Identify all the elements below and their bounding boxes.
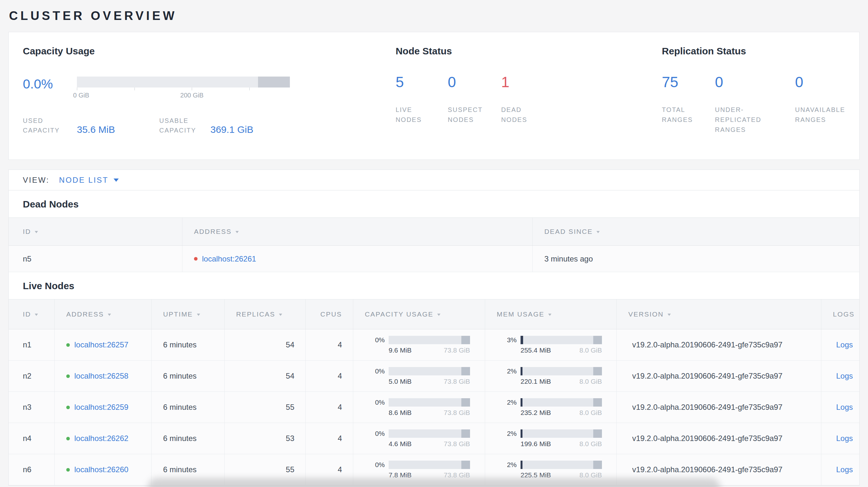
capacity-total-value: 73.8 GiB bbox=[444, 471, 470, 479]
axis-tick bbox=[192, 88, 192, 90]
live-nodes-count: 5 bbox=[396, 75, 448, 90]
replicas-cell: 54 bbox=[224, 329, 306, 360]
node-id-cell: n6 bbox=[9, 454, 55, 485]
capacity-usage-bar bbox=[389, 398, 470, 407]
capacity-usage-title: Capacity Usage bbox=[23, 46, 396, 57]
logs-link[interactable]: Logs bbox=[836, 465, 853, 474]
logs-link[interactable]: Logs bbox=[836, 371, 853, 381]
mem-total-value: 8.0 GiB bbox=[580, 440, 602, 448]
view-selector-dropdown[interactable]: NODE LIST bbox=[59, 175, 119, 185]
capacity-usage-bar bbox=[389, 461, 470, 469]
table-row: n5 localhost:26261 3 minutes ago bbox=[9, 246, 859, 272]
unavailable-ranges-count: 0 bbox=[795, 75, 845, 90]
node-list-card: VIEW: NODE LIST Dead Nodes ID ADDRESS DE… bbox=[8, 169, 860, 486]
mem-used-value: 235.2 MiB bbox=[521, 409, 551, 417]
live-status-dot-icon bbox=[66, 468, 70, 472]
sort-desc-icon bbox=[668, 314, 671, 316]
node-status-section: Node Status 5 LIVE NODES 0 SUSPECT NODES… bbox=[396, 46, 662, 160]
logs-link[interactable]: Logs bbox=[836, 434, 853, 443]
node-address-link[interactable]: localhost:26259 bbox=[74, 403, 128, 412]
suspect-nodes-stat: 0 SUSPECT NODES bbox=[448, 75, 501, 125]
mem-total-value: 8.0 GiB bbox=[580, 409, 602, 417]
sort-desc-icon bbox=[197, 314, 200, 316]
bottom-scroll-shadow bbox=[148, 478, 720, 487]
mem-usage-cell: 2% 199.6 MiB 8.0 GiB bbox=[485, 423, 617, 454]
node-address-link[interactable]: localhost:26261 bbox=[202, 254, 256, 263]
total-ranges-count: 75 bbox=[662, 75, 715, 90]
column-header-uptime[interactable]: UPTIME bbox=[152, 299, 224, 329]
live-status-dot-icon bbox=[66, 343, 70, 347]
under-replicated-label: UNDER-REPLICATED RANGES bbox=[715, 105, 772, 135]
capacity-used-value: 7.8 MiB bbox=[389, 471, 411, 479]
cluster-summary-card: Capacity Usage 0.0% 0 GiB 200 GiB USED C… bbox=[8, 32, 860, 160]
capacity-percent-label: 0% bbox=[369, 336, 385, 344]
view-bar: VIEW: NODE LIST bbox=[9, 170, 859, 190]
capacity-usage-cell: 0% 8.6 MiB 73.8 GiB bbox=[353, 392, 485, 423]
mem-usage-bar bbox=[521, 367, 602, 376]
table-row: n3 localhost:26259 6 minutes 55 4 0% 8.6… bbox=[9, 392, 859, 423]
column-header-capacity-usage[interactable]: CAPACITY USAGE bbox=[353, 299, 485, 329]
column-header-dead-since[interactable]: DEAD SINCE bbox=[533, 218, 859, 246]
axis-tick bbox=[134, 88, 135, 90]
cpus-cell: 4 bbox=[306, 423, 353, 454]
live-status-dot-icon bbox=[66, 375, 70, 378]
capacity-bar bbox=[77, 76, 290, 88]
page-title: CLUSTER OVERVIEW bbox=[9, 9, 860, 23]
sort-desc-icon bbox=[236, 231, 239, 233]
mem-used-value: 225.5 MiB bbox=[521, 471, 551, 479]
capacity-axis: 0 GiB 200 GiB bbox=[77, 88, 290, 103]
node-address-link[interactable]: localhost:26260 bbox=[74, 465, 128, 474]
mem-usage-bar bbox=[521, 398, 602, 407]
version-cell: v19.2.0-alpha.20190606-2491-gfe735c9a97 bbox=[617, 392, 822, 423]
version-cell: v19.2.0-alpha.20190606-2491-gfe735c9a97 bbox=[617, 423, 822, 454]
node-address-cell: localhost:26261 bbox=[182, 246, 533, 272]
cpus-cell: 4 bbox=[306, 392, 353, 423]
mem-percent-label: 2% bbox=[501, 430, 517, 437]
mem-used-value: 199.6 MiB bbox=[521, 440, 551, 448]
node-address-link[interactable]: localhost:26257 bbox=[74, 340, 128, 349]
capacity-used-value: 5.0 MiB bbox=[389, 378, 411, 385]
dead-status-dot-icon bbox=[194, 257, 197, 261]
capacity-total-value: 73.8 GiB bbox=[444, 409, 470, 417]
node-address-cell: localhost:26262 bbox=[55, 423, 152, 454]
logs-link[interactable]: Logs bbox=[836, 340, 853, 349]
view-selected-value: NODE LIST bbox=[59, 175, 109, 185]
node-address-link[interactable]: localhost:26262 bbox=[74, 434, 128, 443]
view-label: VIEW: bbox=[23, 175, 50, 185]
replication-status-title: Replication Status bbox=[662, 46, 845, 57]
column-header-address[interactable]: ADDRESS bbox=[55, 299, 152, 329]
column-header-replicas[interactable]: REPLICAS bbox=[224, 299, 306, 329]
column-header-address[interactable]: ADDRESS bbox=[182, 218, 533, 246]
node-address-link[interactable]: localhost:26258 bbox=[74, 371, 128, 381]
column-header-version[interactable]: VERSION bbox=[617, 299, 822, 329]
sort-desc-icon bbox=[437, 314, 440, 316]
under-replicated-count: 0 bbox=[715, 75, 795, 90]
cpus-cell: 4 bbox=[306, 329, 353, 360]
cpus-cell: 4 bbox=[306, 361, 353, 391]
dead-since-cell: 3 minutes ago bbox=[533, 246, 859, 272]
logs-link[interactable]: Logs bbox=[836, 403, 853, 412]
capacity-usage-cell: 0% 5.0 MiB 73.8 GiB bbox=[353, 361, 485, 391]
column-header-mem-usage[interactable]: MEM USAGE bbox=[485, 299, 617, 329]
replicas-cell: 54 bbox=[224, 361, 306, 391]
capacity-total-value: 73.8 GiB bbox=[444, 440, 470, 448]
column-header-id[interactable]: ID bbox=[9, 218, 182, 246]
under-replicated-stat: 0 UNDER-REPLICATED RANGES bbox=[715, 75, 795, 135]
mem-used-value: 255.4 MiB bbox=[521, 347, 551, 354]
node-address-cell: localhost:26259 bbox=[55, 392, 152, 423]
mem-percent-label: 3% bbox=[501, 336, 517, 344]
capacity-total-value: 73.8 GiB bbox=[444, 378, 470, 385]
dead-nodes-table: ID ADDRESS DEAD SINCE n5 localhost:26261… bbox=[9, 218, 859, 272]
mem-percent-label: 2% bbox=[501, 398, 517, 406]
axis-tick-label: 0 GiB bbox=[73, 92, 89, 99]
dead-nodes-header-row: ID ADDRESS DEAD SINCE bbox=[9, 218, 859, 246]
capacity-usage-section: Capacity Usage 0.0% 0 GiB 200 GiB USED C… bbox=[23, 46, 396, 160]
sort-desc-icon bbox=[35, 231, 38, 233]
node-id-cell: n3 bbox=[9, 392, 55, 423]
version-cell: v19.2.0-alpha.20190606-2491-gfe735c9a97 bbox=[617, 361, 822, 391]
logs-cell: Logs bbox=[822, 454, 859, 485]
capacity-used-value: 8.6 MiB bbox=[389, 409, 411, 417]
column-header-id[interactable]: ID bbox=[9, 299, 55, 329]
capacity-used-value: 9.6 MiB bbox=[389, 347, 411, 354]
live-status-dot-icon bbox=[66, 437, 70, 441]
